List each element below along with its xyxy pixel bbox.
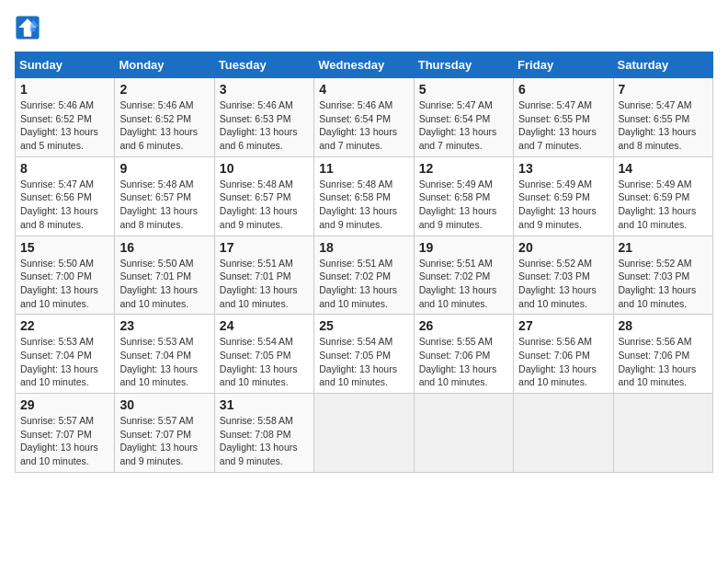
day-info: Sunrise: 5:51 AM Sunset: 7:02 PM Dayligh…	[419, 257, 508, 311]
day-number: 28	[619, 318, 708, 333]
logo	[15, 15, 44, 40]
header-cell: Thursday	[414, 52, 513, 78]
day-info: Sunrise: 5:51 AM Sunset: 7:02 PM Dayligh…	[319, 257, 408, 311]
day-info: Sunrise: 5:48 AM Sunset: 6:58 PM Dayligh…	[319, 178, 408, 232]
day-info: Sunrise: 5:53 AM Sunset: 7:04 PM Dayligh…	[119, 335, 209, 389]
header-cell: Wednesday	[314, 52, 414, 78]
calendar-day-cell: 26 Sunrise: 5:55 AM Sunset: 7:06 PM Dayl…	[414, 315, 513, 394]
day-number: 9	[119, 161, 209, 176]
calendar-day-cell	[414, 394, 513, 473]
calendar-day-cell: 6 Sunrise: 5:47 AM Sunset: 6:55 PM Dayli…	[514, 78, 613, 157]
header-cell: Tuesday	[214, 52, 313, 78]
day-info: Sunrise: 5:46 AM Sunset: 6:52 PM Dayligh…	[119, 98, 209, 153]
day-info: Sunrise: 5:50 AM Sunset: 7:01 PM Dayligh…	[119, 257, 209, 311]
calendar-day-cell: 14 Sunrise: 5:49 AM Sunset: 6:59 PM Dayl…	[613, 156, 712, 236]
day-number: 1	[20, 82, 109, 97]
day-number: 13	[518, 161, 608, 176]
calendar-day-cell: 17 Sunrise: 5:51 AM Sunset: 7:01 PM Dayl…	[214, 236, 313, 315]
day-number: 16	[119, 240, 209, 255]
day-info: Sunrise: 5:47 AM Sunset: 6:55 PM Dayligh…	[619, 98, 708, 153]
page-header	[15, 15, 713, 40]
calendar-day-cell: 15 Sunrise: 5:50 AM Sunset: 7:00 PM Dayl…	[16, 236, 115, 315]
day-info: Sunrise: 5:52 AM Sunset: 7:03 PM Dayligh…	[518, 257, 608, 311]
calendar-week-row: 29 Sunrise: 5:57 AM Sunset: 7:07 PM Dayl…	[16, 394, 713, 473]
day-info: Sunrise: 5:55 AM Sunset: 7:06 PM Dayligh…	[419, 335, 508, 389]
calendar-day-cell: 16 Sunrise: 5:50 AM Sunset: 7:01 PM Dayl…	[115, 236, 214, 315]
day-info: Sunrise: 5:46 AM Sunset: 6:53 PM Dayligh…	[220, 98, 309, 153]
calendar-week-row: 8 Sunrise: 5:47 AM Sunset: 6:56 PM Dayli…	[16, 156, 713, 236]
calendar-day-cell: 7 Sunrise: 5:47 AM Sunset: 6:55 PM Dayli…	[613, 78, 712, 157]
day-info: Sunrise: 5:54 AM Sunset: 7:05 PM Dayligh…	[220, 335, 309, 389]
day-info: Sunrise: 5:48 AM Sunset: 6:57 PM Dayligh…	[119, 178, 209, 232]
day-number: 7	[619, 82, 708, 97]
day-info: Sunrise: 5:56 AM Sunset: 7:06 PM Dayligh…	[518, 335, 608, 389]
day-number: 8	[20, 161, 109, 176]
day-number: 2	[119, 82, 209, 97]
calendar-day-cell: 22 Sunrise: 5:53 AM Sunset: 7:04 PM Dayl…	[16, 315, 115, 394]
calendar-day-cell: 5 Sunrise: 5:47 AM Sunset: 6:54 PM Dayli…	[414, 78, 513, 157]
day-info: Sunrise: 5:52 AM Sunset: 7:03 PM Dayligh…	[619, 257, 708, 311]
day-number: 5	[419, 82, 508, 97]
calendar-day-cell: 11 Sunrise: 5:48 AM Sunset: 6:58 PM Dayl…	[314, 156, 414, 236]
calendar-day-cell: 9 Sunrise: 5:48 AM Sunset: 6:57 PM Dayli…	[115, 156, 214, 236]
day-info: Sunrise: 5:47 AM Sunset: 6:55 PM Dayligh…	[518, 98, 608, 153]
calendar-week-row: 1 Sunrise: 5:46 AM Sunset: 6:52 PM Dayli…	[16, 78, 713, 157]
day-info: Sunrise: 5:47 AM Sunset: 6:56 PM Dayligh…	[20, 178, 109, 232]
calendar-day-cell: 10 Sunrise: 5:48 AM Sunset: 6:57 PM Dayl…	[214, 156, 313, 236]
calendar-day-cell: 18 Sunrise: 5:51 AM Sunset: 7:02 PM Dayl…	[314, 236, 414, 315]
day-number: 18	[319, 240, 408, 255]
calendar-week-row: 15 Sunrise: 5:50 AM Sunset: 7:00 PM Dayl…	[16, 236, 713, 315]
day-number: 11	[319, 161, 408, 176]
day-number: 26	[419, 318, 508, 333]
day-number: 29	[20, 397, 109, 412]
header-cell: Sunday	[16, 52, 115, 78]
day-info: Sunrise: 5:49 AM Sunset: 6:59 PM Dayligh…	[518, 178, 608, 232]
calendar-table: SundayMondayTuesdayWednesdayThursdayFrid…	[15, 52, 713, 473]
calendar-day-cell: 28 Sunrise: 5:56 AM Sunset: 7:06 PM Dayl…	[613, 315, 712, 394]
calendar-header: SundayMondayTuesdayWednesdayThursdayFrid…	[16, 52, 713, 78]
day-info: Sunrise: 5:51 AM Sunset: 7:01 PM Dayligh…	[220, 257, 309, 311]
header-row: SundayMondayTuesdayWednesdayThursdayFrid…	[16, 52, 713, 78]
day-number: 23	[119, 318, 209, 333]
day-number: 27	[518, 318, 608, 333]
calendar-day-cell: 20 Sunrise: 5:52 AM Sunset: 7:03 PM Dayl…	[514, 236, 613, 315]
calendar-day-cell	[514, 394, 613, 473]
calendar-day-cell	[613, 394, 712, 473]
calendar-day-cell: 19 Sunrise: 5:51 AM Sunset: 7:02 PM Dayl…	[414, 236, 513, 315]
header-cell: Monday	[115, 52, 214, 78]
header-cell: Friday	[514, 52, 613, 78]
day-number: 24	[220, 318, 309, 333]
day-info: Sunrise: 5:48 AM Sunset: 6:57 PM Dayligh…	[220, 178, 309, 232]
day-number: 10	[220, 161, 309, 176]
calendar-body: 1 Sunrise: 5:46 AM Sunset: 6:52 PM Dayli…	[16, 78, 713, 473]
day-number: 14	[619, 161, 708, 176]
calendar-day-cell: 30 Sunrise: 5:57 AM Sunset: 7:07 PM Dayl…	[115, 394, 214, 473]
header-cell: Saturday	[613, 52, 712, 78]
day-info: Sunrise: 5:49 AM Sunset: 6:59 PM Dayligh…	[619, 178, 708, 232]
calendar-day-cell: 2 Sunrise: 5:46 AM Sunset: 6:52 PM Dayli…	[115, 78, 214, 157]
day-info: Sunrise: 5:53 AM Sunset: 7:04 PM Dayligh…	[20, 335, 109, 389]
day-number: 21	[619, 240, 708, 255]
day-info: Sunrise: 5:50 AM Sunset: 7:00 PM Dayligh…	[20, 257, 109, 311]
calendar-day-cell: 12 Sunrise: 5:49 AM Sunset: 6:58 PM Dayl…	[414, 156, 513, 236]
day-number: 22	[20, 318, 109, 333]
day-info: Sunrise: 5:54 AM Sunset: 7:05 PM Dayligh…	[319, 335, 408, 389]
calendar-day-cell: 1 Sunrise: 5:46 AM Sunset: 6:52 PM Dayli…	[16, 78, 115, 157]
calendar-day-cell	[314, 394, 414, 473]
day-info: Sunrise: 5:46 AM Sunset: 6:54 PM Dayligh…	[319, 98, 408, 153]
day-number: 19	[419, 240, 508, 255]
calendar-day-cell: 23 Sunrise: 5:53 AM Sunset: 7:04 PM Dayl…	[115, 315, 214, 394]
calendar-day-cell: 13 Sunrise: 5:49 AM Sunset: 6:59 PM Dayl…	[514, 156, 613, 236]
day-info: Sunrise: 5:58 AM Sunset: 7:08 PM Dayligh…	[220, 414, 309, 468]
calendar-day-cell: 4 Sunrise: 5:46 AM Sunset: 6:54 PM Dayli…	[314, 78, 414, 157]
day-info: Sunrise: 5:57 AM Sunset: 7:07 PM Dayligh…	[119, 414, 209, 468]
calendar-week-row: 22 Sunrise: 5:53 AM Sunset: 7:04 PM Dayl…	[16, 315, 713, 394]
day-number: 15	[20, 240, 109, 255]
calendar-day-cell: 25 Sunrise: 5:54 AM Sunset: 7:05 PM Dayl…	[314, 315, 414, 394]
calendar-day-cell: 29 Sunrise: 5:57 AM Sunset: 7:07 PM Dayl…	[16, 394, 115, 473]
logo-icon	[15, 15, 40, 40]
day-info: Sunrise: 5:57 AM Sunset: 7:07 PM Dayligh…	[20, 414, 109, 468]
calendar-day-cell: 3 Sunrise: 5:46 AM Sunset: 6:53 PM Dayli…	[214, 78, 313, 157]
day-number: 25	[319, 318, 408, 333]
calendar-day-cell: 27 Sunrise: 5:56 AM Sunset: 7:06 PM Dayl…	[514, 315, 613, 394]
